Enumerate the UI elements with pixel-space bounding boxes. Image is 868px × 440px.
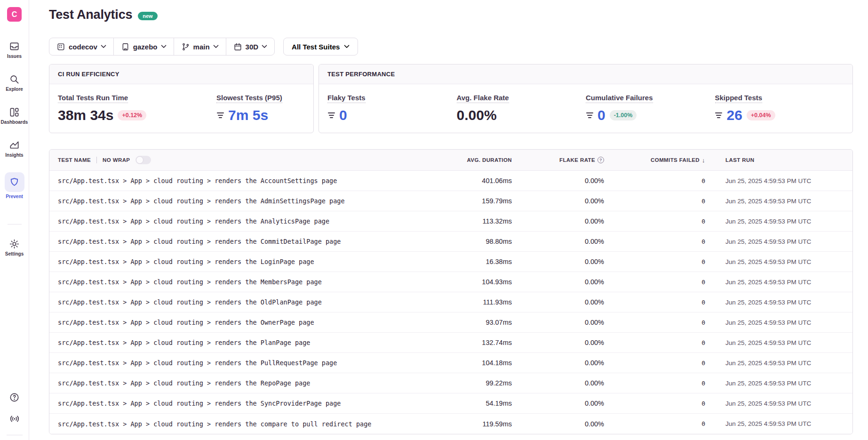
- metric-label[interactable]: Cumulative Failures: [586, 94, 653, 103]
- broadcast-icon[interactable]: [9, 413, 20, 424]
- flake-rate-cell: 0.00%: [512, 400, 604, 407]
- test-name-cell: src/App.test.tsx > App > cloud routing >…: [49, 359, 432, 367]
- sidebar-item-issues[interactable]: Issues: [1, 40, 28, 59]
- branch-selector[interactable]: main: [174, 38, 226, 55]
- avg-duration-cell: 111.93ms: [432, 298, 512, 306]
- column-header-commits-failed[interactable]: COMMITS FAILED ↓: [604, 157, 705, 164]
- commits-failed-cell: 0: [604, 258, 705, 265]
- table-row: src/App.test.tsx > App > cloud routing >…: [49, 272, 852, 292]
- metric-label[interactable]: Total Tests Run Time: [58, 94, 128, 103]
- test-name-cell: src/App.test.tsx > App > cloud routing >…: [49, 217, 432, 225]
- org-selector[interactable]: codecov: [49, 38, 113, 55]
- repo-selector-label: gazebo: [133, 43, 158, 51]
- filter-funnel-icon[interactable]: [327, 112, 335, 118]
- commits-failed-cell: 0: [604, 198, 705, 205]
- metric-avg-flake-rate: Avg. Flake Rate 0.00%: [457, 94, 586, 122]
- flake-rate-cell: 0.00%: [512, 238, 604, 245]
- test-name-cell: src/App.test.tsx > App > cloud routing >…: [49, 258, 432, 265]
- repo-icon: [121, 42, 130, 51]
- no-wrap-label: NO WRAP: [103, 157, 130, 163]
- filter-funnel-icon[interactable]: [216, 112, 224, 118]
- metric-delta-badge: -1.00%: [610, 110, 637, 120]
- app-logo[interactable]: C: [7, 7, 22, 22]
- avg-duration-cell: 159.79ms: [432, 197, 512, 205]
- table-row: src/App.test.tsx > App > cloud routing >…: [49, 232, 852, 252]
- filter-bar: codecov gazebo main 30D All Test Suites: [49, 38, 853, 56]
- sidebar-item-settings[interactable]: Settings: [1, 238, 28, 256]
- sidebar-item-insights[interactable]: Insights: [1, 139, 28, 158]
- sidebar-item-dashboards[interactable]: Dashboards: [1, 106, 28, 125]
- commits-failed-cell: 0: [604, 400, 705, 407]
- info-tooltip-icon[interactable]: ?: [597, 157, 604, 163]
- last-run-header-label: LAST RUN: [725, 157, 754, 163]
- shield-icon: [5, 172, 24, 192]
- sidebar-item-label: Prevent: [6, 194, 23, 199]
- chevron-down-icon: [161, 45, 167, 48]
- flake-rate-cell: 0.00%: [512, 359, 604, 367]
- filter-funnel-icon[interactable]: [586, 112, 593, 118]
- sidebar-item-prevent[interactable]: Prevent: [1, 172, 28, 199]
- metric-value[interactable]: 26: [727, 108, 742, 122]
- column-header-flake-rate[interactable]: FLAKE RATE ?: [512, 157, 604, 163]
- table-row: src/App.test.tsx > App > cloud routing >…: [49, 393, 852, 414]
- avg-duration-cell: 93.07ms: [432, 319, 512, 326]
- sidebar-item-label: Issues: [7, 54, 22, 59]
- sidebar-item-label: Settings: [5, 251, 24, 256]
- test-suites-dropdown[interactable]: All Test Suites: [283, 38, 358, 56]
- test-name-cell: src/App.test.tsx > App > cloud routing >…: [49, 319, 432, 326]
- flake-rate-cell: 0.00%: [512, 379, 604, 387]
- org-selector-label: codecov: [69, 43, 97, 51]
- last-run-cell: Jun 25, 2025 4:59:53 PM UTC: [705, 177, 852, 184]
- flake-rate-cell: 0.00%: [512, 217, 604, 225]
- metric-label[interactable]: Flaky Tests: [327, 94, 366, 103]
- commits-failed-cell: 0: [604, 238, 705, 245]
- metric-total-tests-run-time: Total Tests Run Time 38m 34s +0.12%: [58, 94, 216, 122]
- last-run-cell: Jun 25, 2025 4:59:53 PM UTC: [705, 279, 852, 286]
- metric-label[interactable]: Slowest Tests (P95): [216, 94, 282, 103]
- column-header-last-run[interactable]: LAST RUN: [705, 157, 852, 163]
- commits-failed-cell: 0: [604, 339, 705, 346]
- org-icon: [56, 42, 65, 51]
- gear-icon: [9, 238, 20, 249]
- last-run-cell: Jun 25, 2025 4:59:53 PM UTC: [705, 380, 852, 387]
- no-wrap-toggle[interactable]: [135, 156, 151, 164]
- filter-funnel-icon[interactable]: [715, 112, 723, 118]
- metric-label[interactable]: Skipped Tests: [715, 94, 763, 103]
- flake-rate-cell: 0.00%: [512, 319, 604, 326]
- metric-value[interactable]: 0: [597, 108, 605, 122]
- test-name-cell: src/App.test.tsx > App > cloud routing >…: [49, 278, 432, 286]
- sidebar-nav: Issues Explore Dashboards Insights Preve: [1, 40, 28, 256]
- last-run-cell: Jun 25, 2025 4:59:53 PM UTC: [705, 299, 852, 306]
- repo-selector[interactable]: gazebo: [113, 38, 174, 55]
- card-title: CI RUN EFFICIENCY: [49, 64, 313, 84]
- main-content: Test Analytics new codecov gazebo main 3: [29, 0, 868, 440]
- card-title: TEST PERFORMANCE: [319, 64, 852, 84]
- page-title: Test Analytics: [49, 8, 132, 22]
- card-body: Total Tests Run Time 38m 34s +0.12% Slow…: [49, 84, 313, 133]
- flake-rate-cell: 0.00%: [512, 197, 604, 205]
- test-name-cell: src/App.test.tsx > App > cloud routing >…: [49, 339, 432, 346]
- column-header-avg-duration[interactable]: AVG. DURATION: [432, 157, 512, 163]
- header-divider: [96, 157, 97, 163]
- date-range-selector[interactable]: 30D: [226, 38, 275, 55]
- table-row: src/App.test.tsx > App > cloud routing >…: [49, 211, 852, 232]
- chevron-down-icon: [101, 45, 106, 48]
- avg-duration-cell: 104.18ms: [432, 359, 512, 367]
- column-header-test-name[interactable]: TEST NAME NO WRAP: [49, 156, 432, 164]
- filter-segmented-control: codecov gazebo main 30D: [49, 38, 275, 56]
- table-row: src/App.test.tsx > App > cloud routing >…: [49, 353, 852, 373]
- metric-label[interactable]: Avg. Flake Rate: [457, 94, 509, 103]
- sidebar-item-label: Dashboards: [1, 120, 28, 125]
- help-icon[interactable]: [9, 392, 20, 403]
- avg-duration-cell: 99.22ms: [432, 379, 512, 387]
- dashboards-icon: [9, 106, 20, 118]
- table-header-row: TEST NAME NO WRAP AVG. DURATION FLAKE RA…: [49, 150, 852, 171]
- metric-value[interactable]: 7m 5s: [228, 108, 268, 122]
- metric-value: 38m 34s: [58, 108, 113, 122]
- metric-value[interactable]: 0: [339, 108, 347, 122]
- table-row: src/App.test.tsx > App > cloud routing >…: [49, 414, 852, 434]
- sidebar-item-label: Explore: [6, 87, 23, 92]
- sidebar-item-explore[interactable]: Explore: [1, 73, 28, 92]
- page-header: Test Analytics new: [49, 8, 853, 22]
- sidebar-divider: [8, 224, 22, 224]
